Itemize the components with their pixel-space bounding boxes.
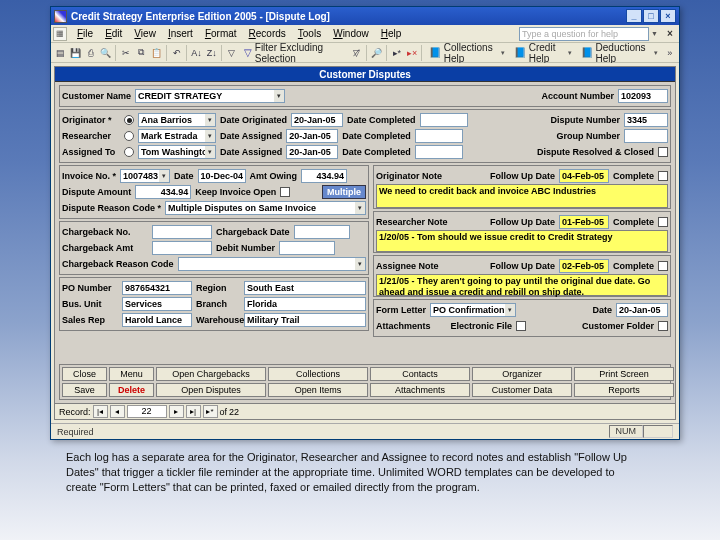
cut-icon[interactable]: ✂ bbox=[119, 44, 133, 61]
date-completed-3-field[interactable] bbox=[415, 145, 463, 159]
close-form-button[interactable]: Close bbox=[62, 367, 107, 381]
chevron-down-icon[interactable]: ▾ bbox=[205, 129, 216, 143]
assignee-followup-field[interactable]: 02-Feb-05 bbox=[559, 259, 609, 273]
electronic-file-checkbox[interactable] bbox=[516, 321, 526, 331]
warehouse-field[interactable]: Military Trail bbox=[244, 313, 366, 327]
new-record-icon[interactable]: ▸* bbox=[390, 44, 404, 61]
save-icon[interactable]: 💾 bbox=[68, 44, 82, 61]
region-field[interactable]: South East bbox=[244, 281, 366, 295]
date-originated-field[interactable]: 20-Jan-05 bbox=[291, 113, 343, 127]
researcher-radio[interactable] bbox=[124, 131, 134, 141]
menu-button[interactable]: Menu bbox=[109, 367, 154, 381]
deductions-help-button[interactable]: 📘 Deductions Help▾ bbox=[577, 42, 662, 64]
invoice-date-field[interactable]: 10-Dec-04 bbox=[198, 169, 246, 183]
view-icon[interactable]: ▤ bbox=[53, 44, 67, 61]
minimize-button[interactable]: _ bbox=[626, 9, 642, 23]
save-button[interactable]: Save bbox=[62, 383, 107, 397]
credit-help-button[interactable]: 📘 Credit Help▾ bbox=[510, 42, 576, 64]
menu-insert[interactable]: Insert bbox=[162, 27, 199, 40]
chevron-down-icon[interactable]: ▾ bbox=[355, 201, 366, 215]
keep-invoice-open-checkbox[interactable] bbox=[280, 187, 290, 197]
reports-button[interactable]: Reports bbox=[574, 383, 674, 397]
researcher-complete-checkbox[interactable] bbox=[658, 217, 668, 227]
undo-icon[interactable]: ↶ bbox=[169, 44, 183, 61]
sort-asc-icon[interactable]: A↓ bbox=[189, 44, 203, 61]
delete-button[interactable]: Delete bbox=[109, 383, 154, 397]
amt-owing-field[interactable]: 434.94 bbox=[301, 169, 347, 183]
menu-help[interactable]: Help bbox=[375, 27, 408, 40]
paste-icon[interactable]: 📋 bbox=[149, 44, 163, 61]
dispute-amount-field[interactable]: 434.94 bbox=[135, 185, 191, 199]
menu-file[interactable]: File bbox=[71, 27, 99, 40]
organizer-button[interactable]: Organizer bbox=[472, 367, 572, 381]
filter-excluding-button[interactable]: ▽ Filter Excluding Selection bbox=[240, 42, 349, 64]
assignee-note-text[interactable]: 1/21/05 - They aren't going to pay until… bbox=[376, 274, 668, 296]
researcher-note-text[interactable]: 1/20/05 - Tom should we issue credit to … bbox=[376, 230, 668, 252]
open-chargebacks-button[interactable]: Open Chargebacks bbox=[156, 367, 266, 381]
dispute-resolved-checkbox[interactable] bbox=[658, 147, 668, 157]
find-icon[interactable]: 🔎 bbox=[370, 44, 384, 61]
chevron-down-icon[interactable]: ▾ bbox=[355, 257, 366, 271]
chevron-down-icon[interactable]: ▾ bbox=[505, 303, 516, 317]
originator-followup-field[interactable]: 04-Feb-05 bbox=[559, 169, 609, 183]
originator-radio[interactable] bbox=[124, 115, 134, 125]
assignee-complete-checkbox[interactable] bbox=[658, 261, 668, 271]
menu-edit[interactable]: Edit bbox=[99, 27, 128, 40]
group-number-field[interactable] bbox=[624, 129, 668, 143]
nav-last-button[interactable]: ▸| bbox=[186, 405, 201, 418]
remove-filter-icon[interactable]: ▽̸ bbox=[350, 44, 364, 61]
date-completed-2-field[interactable] bbox=[415, 129, 463, 143]
form-letter-date-field[interactable]: 20-Jan-05 bbox=[616, 303, 668, 317]
maximize-button[interactable]: □ bbox=[643, 9, 659, 23]
child-window-icon[interactable]: ▦ bbox=[53, 27, 67, 41]
attachments-button[interactable]: Attachments bbox=[370, 383, 470, 397]
chargeback-reason-field[interactable]: ▾ bbox=[178, 257, 366, 271]
assigned-radio[interactable] bbox=[124, 147, 134, 157]
assigned-to-field[interactable]: Tom Washington▾ bbox=[138, 145, 216, 159]
branch-field[interactable]: Florida bbox=[244, 297, 366, 311]
nav-next-button[interactable]: ▸ bbox=[169, 405, 184, 418]
collections-button[interactable]: Collections bbox=[268, 367, 368, 381]
nav-new-button[interactable]: ▸* bbox=[203, 405, 218, 418]
chargeback-date-field[interactable] bbox=[294, 225, 350, 239]
chevron-down-icon[interactable]: ▾ bbox=[274, 89, 285, 103]
delete-record-icon[interactable]: ▸× bbox=[405, 44, 419, 61]
nav-first-button[interactable]: |◂ bbox=[93, 405, 108, 418]
originator-complete-checkbox[interactable] bbox=[658, 171, 668, 181]
account-number-field[interactable]: 102093 bbox=[618, 89, 668, 103]
preview-icon[interactable]: 🔍 bbox=[99, 44, 113, 61]
filter-selection-icon[interactable]: ▽ bbox=[225, 44, 239, 61]
originator-field[interactable]: Ana Barrios▾ bbox=[138, 113, 216, 127]
researcher-field[interactable]: Mark Estrada▾ bbox=[138, 129, 216, 143]
bus-unit-field[interactable]: Services bbox=[122, 297, 192, 311]
chargeback-no-field[interactable] bbox=[152, 225, 212, 239]
date-assigned-2-field[interactable]: 20-Jan-05 bbox=[286, 145, 338, 159]
chargeback-amt-field[interactable] bbox=[152, 241, 212, 255]
collections-help-button[interactable]: 📘 Collections Help▾ bbox=[425, 42, 509, 64]
menu-format[interactable]: Format bbox=[199, 27, 243, 40]
chevron-down-icon[interactable]: ▾ bbox=[205, 113, 216, 127]
print-icon[interactable]: ⎙ bbox=[84, 44, 98, 61]
form-letter-field[interactable]: PO Confirmation▾ bbox=[430, 303, 516, 317]
multiple-button[interactable]: Multiple bbox=[322, 185, 366, 199]
researcher-followup-field[interactable]: 01-Feb-05 bbox=[559, 215, 609, 229]
menu-view[interactable]: View bbox=[128, 27, 162, 40]
debit-number-field[interactable] bbox=[279, 241, 335, 255]
date-assigned-1-field[interactable]: 20-Jan-05 bbox=[286, 129, 338, 143]
close-button[interactable]: × bbox=[660, 9, 676, 23]
menu-window[interactable]: Window bbox=[327, 27, 375, 40]
chevron-down-icon[interactable]: ▾ bbox=[159, 169, 170, 183]
customer-name-field[interactable]: CREDIT STRATEGY▾ bbox=[135, 89, 285, 103]
child-close-button[interactable]: × bbox=[663, 28, 677, 39]
chevron-down-icon[interactable]: ▾ bbox=[205, 145, 216, 159]
nav-prev-button[interactable]: ◂ bbox=[110, 405, 125, 418]
help-dropdown-icon[interactable]: ▼ bbox=[649, 30, 660, 37]
dispute-reason-field[interactable]: Multiple Disputes on Same Invoice▾ bbox=[165, 201, 366, 215]
open-items-button[interactable]: Open Items bbox=[268, 383, 368, 397]
sales-rep-field[interactable]: Harold Lance bbox=[122, 313, 192, 327]
invoice-no-field[interactable]: 1007483▾ bbox=[120, 169, 170, 183]
originator-note-text[interactable]: We need to credit back and invoice ABC I… bbox=[376, 184, 668, 208]
help-search-input[interactable]: Type a question for help bbox=[519, 27, 649, 41]
open-disputes-button[interactable]: Open Disputes bbox=[156, 383, 266, 397]
print-screen-button[interactable]: Print Screen bbox=[574, 367, 674, 381]
